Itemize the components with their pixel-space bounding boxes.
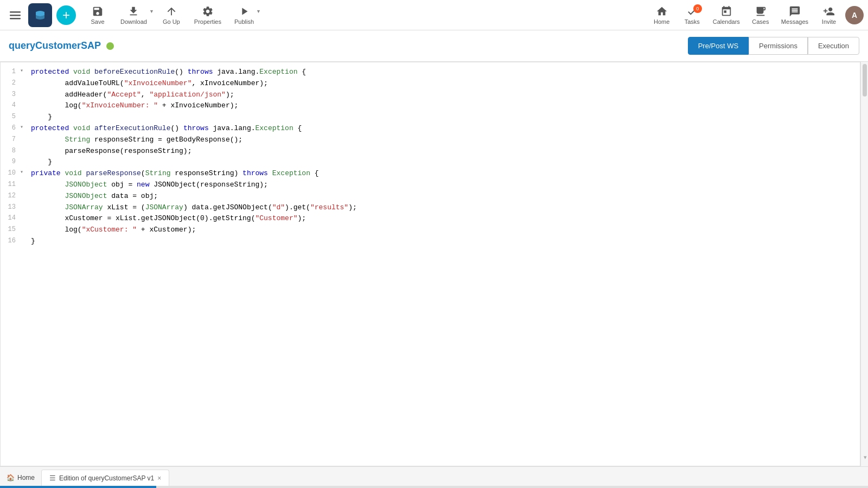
home-nav-label: Home [654, 18, 669, 25]
line-number: 7 [1, 134, 20, 145]
code-line: 15 log("xCustomer: " + xCustomer); [1, 224, 860, 236]
code-editor[interactable]: 1▾protected void beforeExecutionRule() t… [0, 62, 860, 466]
line-number: 2 [1, 78, 20, 88]
code-content: xCustomer = xList.getJSONObject(0).getSt… [29, 213, 860, 224]
tasks-badge: 0 [693, 4, 702, 13]
bottom-home-icon: 🏠 [7, 474, 15, 481]
tasks-button[interactable]: 0 Tasks [678, 2, 706, 28]
line-number: 16 [1, 236, 20, 246]
code-content: log("xCustomer: " + xCustomer); [29, 224, 860, 236]
page-title: queryCustomerSAP [9, 40, 101, 52]
app-logo [28, 3, 52, 27]
code-line: 5 } [1, 112, 860, 123]
bottom-home-label: Home [17, 474, 35, 481]
save-icon [92, 5, 104, 17]
tab-execution[interactable]: Execution [808, 37, 859, 55]
code-content: JSONObject obj = new JSONObject(response… [29, 179, 860, 191]
code-content: JSONObject data = obj; [29, 191, 860, 202]
calendars-icon [720, 5, 732, 17]
line-number: 11 [1, 179, 20, 190]
avatar[interactable]: A [845, 6, 864, 24]
cases-icon [755, 5, 767, 17]
bottom-home-tab[interactable]: 🏠 Home [0, 470, 41, 486]
code-line: 8 parseResponse(responseString); [1, 146, 860, 157]
line-number: 6 [1, 123, 20, 133]
fold-button[interactable]: ▾ [20, 67, 29, 75]
hamburger-menu[interactable] [4, 4, 26, 26]
code-content: String responseString = getBodyResponse(… [29, 134, 860, 146]
code-content: } [29, 236, 860, 247]
messages-button[interactable]: Messages [777, 2, 813, 28]
code-content: protected void beforeExecutionRule() thr… [29, 67, 860, 78]
download-label: Download [120, 18, 147, 25]
save-button[interactable]: Save [82, 2, 113, 28]
code-line: 14 xCustomer = xList.getJSONObject(0).ge… [1, 213, 860, 224]
publish-icon [238, 5, 250, 17]
messages-label: Messages [781, 18, 808, 25]
home-nav-icon [656, 5, 668, 17]
nav-left: + Save Download ▼ Go Up [4, 2, 261, 28]
line-number: 13 [1, 202, 20, 213]
code-content: parseResponse(responseString); [29, 146, 860, 157]
line-number: 14 [1, 213, 20, 223]
calendars-label: Calendars [713, 18, 740, 25]
line-number: 15 [1, 224, 20, 235]
tasks-label: Tasks [685, 18, 700, 25]
bottom-tab-icon: ☰ [49, 474, 56, 482]
code-content: } [29, 157, 860, 168]
code-content: addHeader("Accept", "application/json"); [29, 89, 860, 101]
code-line: 6▾protected void afterExecutionRule() th… [1, 123, 860, 134]
page-tabs: Pre/Post WS Permissions Execution [688, 37, 859, 55]
code-content: JSONArray xList = (JSONArray) data.getJS… [29, 202, 860, 214]
messages-icon [789, 5, 801, 17]
line-number: 8 [1, 146, 20, 156]
line-number: 9 [1, 157, 20, 167]
code-line: 3 addHeader("Accept", "application/json"… [1, 89, 860, 101]
cases-button[interactable]: Cases [746, 2, 775, 28]
save-label: Save [91, 18, 104, 25]
progress-bar [0, 486, 156, 488]
download-button[interactable]: Download [115, 2, 152, 28]
code-content: private void parseResponse(String respon… [29, 168, 860, 179]
bottom-tabbar: 🏠 Home ☰ Edition of queryCustomerSAP v1 … [0, 466, 868, 486]
scrollbar-thumb[interactable] [863, 64, 867, 97]
fold-button[interactable]: ▾ [20, 168, 29, 177]
home-nav-button[interactable]: Home [648, 2, 676, 28]
code-line: 2 addValueToURL("xInvoiceNumber", xInvoi… [1, 78, 860, 89]
code-content: } [29, 112, 860, 123]
download-icon [127, 5, 139, 17]
line-number: 3 [1, 89, 20, 100]
bottom-tab-close[interactable]: × [157, 474, 161, 482]
tab-permissions[interactable]: Permissions [749, 37, 808, 55]
navbar: + Save Download ▼ Go Up [0, 0, 868, 30]
nav-right: Home 0 Tasks Calendars Cases Messages [648, 2, 864, 28]
publish-label: Publish [234, 18, 254, 25]
svg-rect-1 [10, 15, 21, 16]
fold-button[interactable]: ▾ [20, 123, 29, 132]
calendars-button[interactable]: Calendars [709, 2, 744, 28]
invite-button[interactable]: Invite [815, 2, 843, 28]
code-line: 7 String responseString = getBodyRespons… [1, 134, 860, 146]
code-line: 4 log("xInvoiceNumber: " + xInvoiceNumbe… [1, 100, 860, 112]
publish-button[interactable]: Publish [229, 2, 259, 28]
progress-bar-area [0, 486, 868, 488]
editor-scrollbar[interactable]: ▾ [860, 62, 868, 466]
code-line: 13 JSONArray xList = (JSONArray) data.ge… [1, 202, 860, 214]
page-header: queryCustomerSAP Pre/Post WS Permissions… [0, 30, 868, 62]
code-line: 1▾protected void beforeExecutionRule() t… [1, 67, 860, 78]
go-up-button[interactable]: Go Up [156, 2, 187, 28]
properties-button[interactable]: Properties [189, 2, 227, 28]
line-number: 1 [1, 67, 20, 77]
code-line: 9 } [1, 157, 860, 168]
bottom-edition-tab[interactable]: ☰ Edition of queryCustomerSAP v1 × [41, 470, 169, 486]
code-content: log("xInvoiceNumber: " + xInvoiceNumber)… [29, 100, 860, 112]
content-wrapper: queryCustomerSAP Pre/Post WS Permissions… [0, 30, 868, 466]
code-line: 16 } [1, 236, 860, 247]
tab-prepost[interactable]: Pre/Post WS [688, 37, 749, 55]
editor-area: 1▾protected void beforeExecutionRule() t… [0, 62, 868, 466]
add-button[interactable]: + [56, 5, 76, 25]
scroll-arrow-down[interactable]: ▾ [864, 454, 867, 461]
go-up-label: Go Up [163, 18, 180, 25]
line-number: 10 [1, 168, 20, 178]
download-btn-group: Download ▼ [115, 2, 154, 28]
